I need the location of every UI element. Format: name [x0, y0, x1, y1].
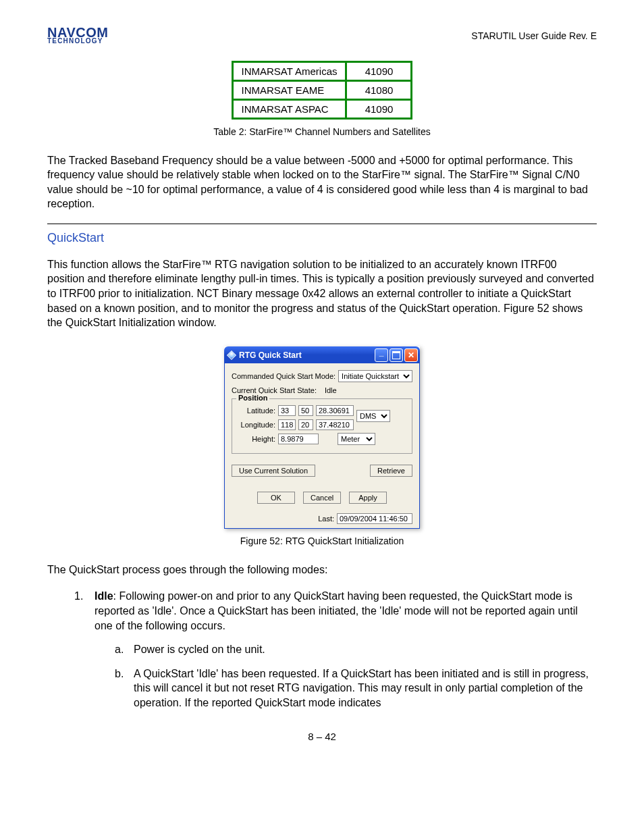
table-row: INMARSAT ASPAC 41090 — [232, 99, 412, 118]
list-item: 1. Idle: Following power-on and prior to… — [74, 589, 597, 633]
sub-text: Power is cycled on the unit. — [134, 642, 265, 657]
longitude-label: Longitude: — [238, 421, 275, 429]
latitude-label: Latitude: — [238, 407, 275, 415]
sub-list-item: b. A QuickStart 'Idle' has been requeste… — [115, 667, 597, 710]
sub-letter: a. — [115, 642, 127, 657]
use-current-solution-button[interactable]: Use Current Solution — [232, 465, 315, 477]
sub-letter: b. — [115, 667, 127, 710]
sat-name: INMARSAT EAME — [232, 80, 346, 99]
height-label: Height: — [238, 435, 275, 443]
sat-channel: 41090 — [346, 61, 412, 80]
titlebar[interactable]: RTG Quick Start — [224, 346, 420, 363]
lon-min-input[interactable] — [298, 419, 313, 430]
logo-bot: TECHNOLOGY — [47, 38, 108, 45]
lat-min-input[interactable] — [298, 405, 313, 416]
height-input[interactable] — [278, 434, 319, 444]
table-row: INMARSAT EAME 41080 — [232, 80, 412, 99]
window-title: RTG Quick Start — [239, 350, 373, 360]
maximize-button[interactable] — [390, 348, 403, 362]
lat-deg-input[interactable] — [278, 405, 296, 416]
lon-deg-input[interactable] — [278, 419, 296, 430]
height-unit-select[interactable]: Meter — [338, 433, 375, 445]
dms-select[interactable]: DMS — [356, 410, 390, 422]
retrieve-button[interactable]: Retrieve — [370, 465, 412, 477]
ok-button[interactable]: OK — [257, 492, 295, 504]
sat-channel: 41080 — [346, 80, 412, 99]
close-button[interactable] — [404, 348, 418, 362]
section-heading: QuickStart — [47, 231, 597, 245]
list-number: 1. — [74, 589, 88, 633]
paragraph: This function allows the StarFire™ RTG n… — [47, 257, 597, 330]
state-value: Idle — [325, 386, 337, 394]
paragraph: The QuickStart process goes through the … — [47, 563, 597, 577]
sat-channel: 41090 — [346, 99, 412, 118]
list-text: : Following power-on and prior to any Qu… — [95, 590, 578, 631]
app-icon — [227, 350, 236, 360]
cmd-mode-label: Commanded Quick Start Mode: — [232, 372, 336, 380]
cancel-button[interactable]: Cancel — [303, 492, 341, 504]
document-id: STARUTIL User Guide Rev. E — [471, 30, 597, 41]
last-label: Last: — [318, 515, 334, 523]
logo: NAVCOM TECHNOLOGY — [47, 27, 108, 45]
section-divider — [47, 224, 597, 224]
position-group: Position Latitude: DMS Longitude: — [232, 398, 412, 454]
sub-text: A QuickStart 'Idle' has been requested. … — [134, 667, 597, 710]
satellite-table: INMARSAT Americas 41090 INMARSAT EAME 41… — [232, 61, 413, 120]
table-row: INMARSAT Americas 41090 — [232, 61, 412, 80]
sat-name: INMARSAT ASPAC — [232, 99, 346, 118]
last-timestamp[interactable] — [337, 513, 412, 524]
cmd-mode-select[interactable]: Initiate Quickstart — [338, 370, 412, 382]
position-legend: Position — [236, 394, 269, 402]
table-caption: Table 2: StarFire™ Channel Numbers and S… — [47, 126, 597, 137]
apply-button[interactable]: Apply — [349, 492, 387, 504]
minimize-button[interactable] — [375, 348, 388, 362]
rtg-quickstart-dialog: RTG Quick Start Commanded Quick Start Mo… — [224, 346, 420, 529]
sub-list-item: a. Power is cycled on the unit. — [115, 642, 597, 657]
sat-name: INMARSAT Americas — [232, 61, 346, 80]
lon-sec-input[interactable] — [316, 419, 354, 430]
lat-sec-input[interactable] — [316, 405, 354, 416]
figure-caption: Figure 52: RTG QuickStart Initialization — [47, 536, 597, 546]
page-number: 8 – 42 — [47, 731, 597, 742]
mode-name: Idle — [95, 590, 113, 602]
paragraph: The Tracked Baseband Frequency should be… — [47, 153, 597, 211]
